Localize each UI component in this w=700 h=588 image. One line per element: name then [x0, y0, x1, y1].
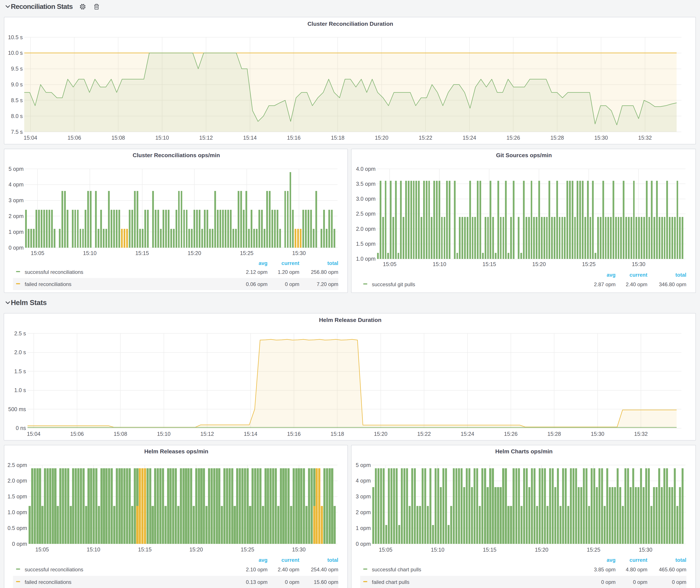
svg-text:2.0 opm: 2.0 opm: [8, 478, 27, 484]
svg-text:15:22: 15:22: [417, 431, 431, 437]
svg-text:10.5 s: 10.5 s: [8, 34, 23, 40]
svg-text:15:32: 15:32: [634, 431, 648, 437]
svg-text:15:05: 15:05: [379, 547, 392, 553]
svg-text:Helm Release Duration: Helm Release Duration: [319, 317, 382, 323]
svg-text:0 opm: 0 opm: [633, 579, 647, 585]
svg-text:15:15: 15:15: [483, 547, 497, 553]
svg-text:15:06: 15:06: [68, 135, 81, 141]
svg-text:1.0 opm: 1.0 opm: [8, 509, 27, 515]
svg-text:15:30: 15:30: [632, 261, 645, 267]
svg-text:2.87 opm: 2.87 opm: [594, 281, 616, 287]
svg-text:0 opm: 0 opm: [285, 281, 299, 287]
svg-text:15:16: 15:16: [287, 135, 301, 141]
svg-text:2.40 opm: 2.40 opm: [626, 281, 647, 287]
svg-text:Cluster Reconciliation Duratio: Cluster Reconciliation Duration: [307, 21, 393, 27]
svg-text:15:05: 15:05: [31, 250, 44, 256]
svg-text:successful git pulls: successful git pulls: [372, 281, 415, 287]
svg-text:15:05: 15:05: [383, 261, 397, 267]
svg-text:2.10 opm: 2.10 opm: [246, 567, 268, 572]
svg-text:2 opm: 2 opm: [9, 213, 24, 219]
svg-text:failed chart pulls: failed chart pulls: [372, 579, 409, 585]
svg-text:15:12: 15:12: [199, 135, 213, 141]
svg-text:15:20: 15:20: [374, 431, 387, 437]
svg-text:15:10: 15:10: [433, 261, 446, 267]
svg-text:15:15: 15:15: [138, 546, 152, 552]
svg-text:9.5 s: 9.5 s: [11, 66, 23, 72]
svg-text:0 opm: 0 opm: [12, 541, 27, 547]
svg-text:7.5 s: 7.5 s: [11, 129, 23, 135]
svg-text:3.0 opm: 3.0 opm: [356, 196, 376, 202]
svg-text:15:20: 15:20: [189, 546, 203, 552]
svg-text:current: current: [281, 260, 299, 266]
svg-text:current: current: [281, 557, 299, 563]
svg-text:4 opm: 4 opm: [9, 181, 24, 187]
svg-text:0 ns: 0 ns: [16, 425, 26, 431]
svg-text:Helm Releases ops/min: Helm Releases ops/min: [144, 448, 208, 455]
svg-text:1.0 s: 1.0 s: [14, 387, 26, 393]
svg-text:15:25: 15:25: [240, 250, 253, 256]
svg-text:total: total: [327, 260, 338, 266]
svg-text:7.20 opm: 7.20 opm: [317, 281, 338, 287]
svg-text:15:28: 15:28: [547, 431, 561, 437]
svg-text:15:18: 15:18: [331, 135, 345, 141]
svg-text:failed reconciliations: failed reconciliations: [25, 281, 71, 287]
svg-text:1.5 s: 1.5 s: [14, 368, 26, 374]
svg-text:15:10: 15:10: [87, 546, 100, 552]
svg-text:9.0 s: 9.0 s: [11, 81, 23, 87]
svg-text:Git Sources ops/min: Git Sources ops/min: [496, 152, 552, 158]
svg-text:15:12: 15:12: [200, 431, 214, 437]
svg-text:total: total: [327, 557, 338, 563]
svg-text:15:20: 15:20: [532, 261, 546, 267]
svg-text:15:10: 15:10: [157, 431, 171, 437]
svg-text:5 opm: 5 opm: [9, 166, 24, 172]
svg-text:1 opm: 1 opm: [9, 229, 24, 235]
svg-text:0 opm: 0 opm: [672, 579, 686, 585]
svg-text:15:18: 15:18: [331, 431, 344, 437]
svg-text:successful chart pulls: successful chart pulls: [372, 567, 421, 572]
svg-text:15:25: 15:25: [241, 546, 254, 552]
svg-text:1.5 opm: 1.5 opm: [356, 241, 376, 247]
svg-text:15:04: 15:04: [27, 431, 40, 437]
svg-text:15:10: 15:10: [83, 250, 97, 256]
svg-text:15:20: 15:20: [375, 135, 389, 141]
svg-text:2.5 opm: 2.5 opm: [356, 211, 376, 217]
svg-text:3.85 opm: 3.85 opm: [594, 567, 616, 572]
svg-text:10.0 s: 10.0 s: [8, 50, 23, 56]
svg-text:254.40 opm: 254.40 opm: [311, 567, 338, 572]
svg-text:15:28: 15:28: [550, 135, 564, 141]
svg-text:15:06: 15:06: [70, 431, 84, 437]
svg-text:2.5 opm: 2.5 opm: [8, 462, 27, 468]
svg-text:2 opm: 2 opm: [356, 509, 371, 515]
svg-text:15:04: 15:04: [24, 135, 37, 141]
svg-text:3 opm: 3 opm: [9, 197, 24, 203]
svg-text:Cluster Reconciliations ops/mi: Cluster Reconciliations ops/min: [133, 152, 220, 158]
svg-text:0 opm: 0 opm: [356, 541, 371, 547]
svg-text:3 opm: 3 opm: [356, 493, 371, 499]
svg-text:3.5 opm: 3.5 opm: [356, 181, 376, 187]
svg-text:1 opm: 1 opm: [356, 525, 371, 531]
svg-text:8.5 s: 8.5 s: [11, 97, 23, 103]
svg-text:1.20 opm: 1.20 opm: [278, 269, 299, 275]
svg-text:total: total: [675, 557, 686, 563]
svg-text:4 opm: 4 opm: [356, 478, 371, 484]
svg-text:avg: avg: [607, 272, 616, 278]
svg-text:failed reconciliations: failed reconciliations: [25, 579, 71, 585]
svg-text:2.12 opm: 2.12 opm: [246, 269, 268, 275]
svg-text:15:14: 15:14: [244, 431, 257, 437]
svg-text:15:10: 15:10: [431, 547, 445, 553]
svg-text:15:30: 15:30: [292, 546, 306, 552]
svg-text:15:25: 15:25: [587, 547, 600, 553]
svg-text:15:24: 15:24: [461, 431, 474, 437]
svg-text:successful reconciliations: successful reconciliations: [25, 269, 83, 275]
svg-text:avg: avg: [259, 260, 268, 266]
svg-text:256.80 opm: 256.80 opm: [311, 269, 338, 275]
svg-text:0.13 opm: 0.13 opm: [246, 579, 268, 585]
svg-text:avg: avg: [259, 557, 268, 563]
svg-text:successful reconciliations: successful reconciliations: [25, 567, 83, 572]
svg-text:15.60 opm: 15.60 opm: [314, 579, 338, 585]
svg-text:15:32: 15:32: [638, 135, 652, 141]
svg-text:346.80 opm: 346.80 opm: [659, 281, 686, 287]
svg-text:2.0 s: 2.0 s: [14, 349, 26, 355]
svg-text:2.0 opm: 2.0 opm: [356, 226, 376, 232]
svg-text:0 opm: 0 opm: [601, 579, 616, 585]
